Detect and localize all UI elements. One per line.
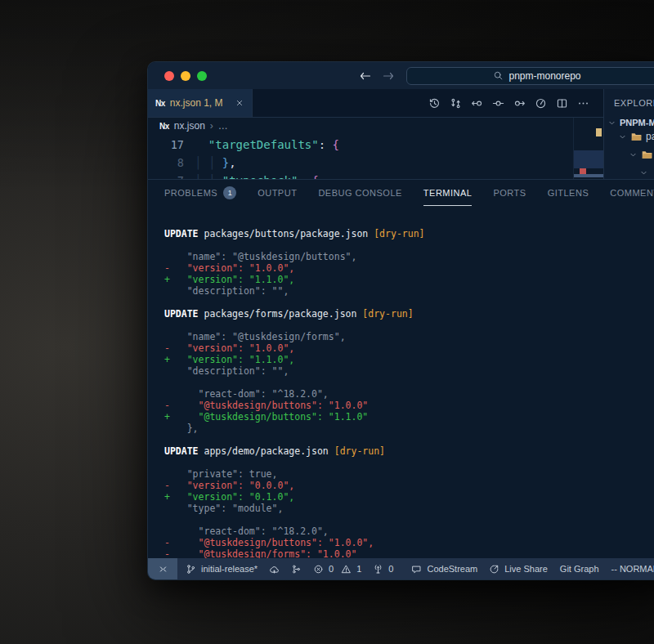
panel-tab-gitlens[interactable]: GITLENS	[548, 180, 589, 206]
tab-nx-json[interactable]: Nx nx.json 1, M	[148, 89, 253, 117]
open-change-icon[interactable]	[492, 97, 504, 110]
share-icon	[489, 564, 499, 575]
status-item-label: CodeStream	[427, 564, 477, 574]
tree-item[interactable]	[604, 163, 654, 179]
breadcrumb: Nx nx.json › …	[148, 118, 603, 134]
next-change-icon[interactable]	[513, 97, 526, 110]
minimap-modified-mark	[596, 128, 602, 136]
line-number-gutter[interactable]: 1787	[148, 134, 195, 179]
status-bar: initial-release*010CodeStreamLive ShareG…	[148, 558, 654, 579]
title-bar: pnpm-monorepo	[148, 62, 654, 89]
panel-tab-terminal[interactable]: TERMINAL	[423, 180, 473, 206]
desktop-background: pnpm-monorepo Nx nx.json 1, M Nx nx.json…	[0, 0, 654, 644]
remote-indicator[interactable]	[148, 558, 177, 579]
line-number[interactable]: 8	[148, 154, 184, 172]
forward-arrow-icon[interactable]	[382, 69, 395, 83]
panel-tab-comments[interactable]: COMMENTS	[610, 180, 654, 206]
terminal-line: "react-dom": "^18.2.0",	[164, 525, 654, 537]
breadcrumb-separator: ›	[210, 120, 213, 132]
panel-tab-ports[interactable]: PORTS	[493, 180, 526, 206]
code-line[interactable]: │ │ },	[195, 154, 603, 172]
code-lines[interactable]: "targetDefaults": {│ │ },│ │ "typecheck"…	[195, 134, 603, 179]
problems-status[interactable]: 01	[307, 558, 367, 579]
terminal-line	[164, 457, 654, 468]
tab-label: nx.json 1, M	[170, 97, 223, 109]
gitlens-status[interactable]	[285, 558, 307, 579]
explorer-header: EXPLORER	[604, 89, 654, 118]
status-item-label: 0	[329, 564, 334, 574]
split-editor-icon[interactable]	[556, 97, 568, 110]
breadcrumb-more[interactable]: …	[218, 120, 228, 132]
panel-tab-problems[interactable]: PROBLEMS1	[164, 180, 236, 206]
terminal-line: - "@tuskdesign/buttons": "1.0.0"	[164, 400, 654, 411]
close-tab-icon[interactable]	[235, 98, 244, 108]
explorer-tree: packagesbuttons	[604, 127, 654, 179]
line-number[interactable]: 7	[148, 172, 184, 179]
git-pull-icon[interactable]	[450, 97, 462, 110]
horizontal-scrollbar[interactable]	[574, 174, 603, 177]
tree-item-label: packages	[646, 131, 654, 142]
chevron-down-icon	[629, 150, 638, 159]
terminal-line	[164, 434, 654, 445]
timeline-history-icon[interactable]	[428, 97, 441, 110]
ports-status[interactable]: 0	[367, 558, 399, 579]
tree-item-buttons[interactable]: buttons	[604, 145, 654, 163]
terminal-line: - "version": "1.0.0",	[164, 262, 654, 274]
status-item-label: -- NORMAL --	[611, 564, 654, 574]
close-window-button[interactable]	[164, 71, 174, 81]
live-share-status[interactable]: Live Share	[483, 558, 553, 579]
more-actions-icon[interactable]	[577, 97, 589, 110]
terminal-line: UPDATE apps/demo/package.json [dry-run]	[164, 445, 654, 457]
terminal-line	[164, 297, 654, 308]
command-center-search[interactable]: pnpm-monorepo	[406, 67, 654, 85]
publish-changes[interactable]	[263, 558, 285, 579]
explorer-sidebar: EXPLORER PNPM-MONOREPO packagesbuttons	[603, 89, 654, 179]
editor-tab-strip: Nx nx.json 1, M	[148, 89, 603, 118]
terminal-line: + "version": "1.1.0",	[164, 274, 654, 285]
terminal-line	[164, 514, 654, 525]
terminal-output[interactable]: UPDATE packages/buttons/package.json [dr…	[148, 206, 654, 558]
back-arrow-icon[interactable]	[359, 69, 372, 83]
git-branch-status[interactable]: initial-release*	[180, 558, 263, 579]
error-icon	[313, 564, 324, 575]
vim-mode[interactable]: -- NORMAL --	[605, 558, 654, 579]
code-line[interactable]: │ │ "typecheck": {	[195, 172, 603, 179]
tree-item-packages[interactable]: packages	[604, 127, 654, 145]
nx-file-icon: Nx	[159, 122, 169, 131]
terminal-line	[164, 377, 654, 388]
previous-change-icon[interactable]	[471, 97, 483, 110]
status-item-label: Git Graph	[560, 564, 599, 574]
status-item-label: Live Share	[504, 564, 548, 574]
terminal-line	[164, 239, 654, 251]
git-graph-status[interactable]: Git Graph	[553, 558, 605, 579]
breadcrumb-file[interactable]: nx.json	[174, 120, 205, 132]
explorer-root-folder[interactable]: PNPM-MONOREPO	[604, 118, 654, 127]
panel-tab-label: PROBLEMS	[164, 188, 217, 198]
terminal-line	[164, 320, 654, 331]
run-file-icon[interactable]	[535, 97, 547, 110]
minimap-viewport[interactable]	[574, 150, 603, 168]
status-item-label: 1	[356, 564, 361, 574]
line-number[interactable]: 17	[148, 136, 184, 154]
cloud-icon	[269, 564, 280, 575]
terminal-line: "name": "@tuskdesign/forms",	[164, 331, 654, 342]
code-editor[interactable]: 1787 "targetDefaults": {│ │ },│ │ "typec…	[148, 134, 603, 179]
minimize-window-button[interactable]	[181, 71, 190, 81]
panel-tab-label: DEBUG CONSOLE	[318, 188, 401, 198]
panel-tab-bar: PROBLEMS1OUTPUTDEBUG CONSOLETERMINALPORT…	[148, 180, 654, 206]
panel-tab-label: GITLENS	[548, 188, 589, 198]
panel-tab-output[interactable]: OUTPUT	[258, 180, 297, 206]
minimap[interactable]	[573, 118, 603, 179]
terminal-line: + "@tuskdesign/buttons": "1.1.0"	[164, 411, 654, 423]
tower-icon	[373, 564, 383, 575]
panel-tab-debug-console[interactable]: DEBUG CONSOLE	[318, 180, 401, 206]
terminal-line: + "version": "1.1.0",	[164, 354, 654, 365]
terminal-line: "description": "",	[164, 285, 654, 297]
terminal-line: - "@tuskdesign/forms": "1.0.0"	[164, 548, 654, 558]
zoom-window-button[interactable]	[197, 71, 207, 81]
codestream-status[interactable]: CodeStream	[405, 558, 483, 579]
folder-icon	[630, 131, 643, 143]
chevron-down-icon	[607, 119, 616, 127]
bottom-panel: PROBLEMS1OUTPUTDEBUG CONSOLETERMINALPORT…	[148, 179, 654, 558]
code-line[interactable]: "targetDefaults": {	[195, 136, 603, 154]
